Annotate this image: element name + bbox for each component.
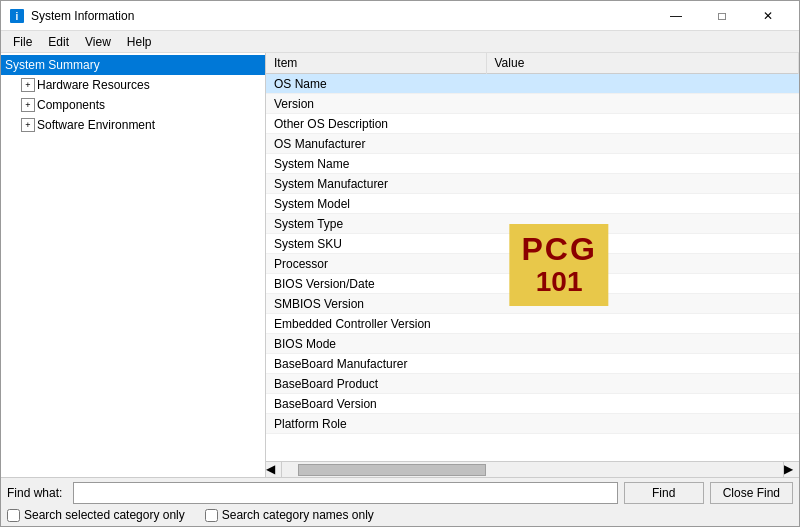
table-cell-value bbox=[486, 94, 799, 114]
table-cell-item: Embedded Controller Version bbox=[266, 314, 486, 334]
minimize-button[interactable]: — bbox=[653, 1, 699, 31]
table-row[interactable]: Embedded Controller Version bbox=[266, 314, 799, 334]
table-row[interactable]: Processor bbox=[266, 254, 799, 274]
col-header-value: Value bbox=[486, 53, 799, 74]
find-row: Find what: Find Close Find bbox=[7, 482, 793, 504]
table-cell-item: System Name bbox=[266, 154, 486, 174]
search-selected-category-text: Search selected category only bbox=[24, 508, 185, 522]
table-cell-item: Version bbox=[266, 94, 486, 114]
table-row[interactable]: BIOS Version/Date bbox=[266, 274, 799, 294]
table-cell-item: BIOS Mode bbox=[266, 334, 486, 354]
svg-text:i: i bbox=[16, 11, 19, 22]
h-scroll-right[interactable]: ▶ bbox=[783, 462, 799, 477]
table-cell-value bbox=[486, 294, 799, 314]
table-cell-item: Processor bbox=[266, 254, 486, 274]
table-row[interactable]: Version bbox=[266, 94, 799, 114]
search-category-names-checkbox[interactable] bbox=[205, 509, 218, 522]
h-scrollbar[interactable]: ◀ ▶ bbox=[266, 461, 799, 477]
table-cell-item: System SKU bbox=[266, 234, 486, 254]
search-selected-category-label[interactable]: Search selected category only bbox=[7, 508, 185, 522]
h-scroll-left[interactable]: ◀ bbox=[266, 462, 282, 477]
expand-icon-software: + bbox=[21, 118, 35, 132]
table-cell-value bbox=[486, 334, 799, 354]
table-row[interactable]: System SKU bbox=[266, 234, 799, 254]
table-row[interactable]: System Manufacturer bbox=[266, 174, 799, 194]
table-cell-item: OS Manufacturer bbox=[266, 134, 486, 154]
table-cell-value bbox=[486, 74, 799, 94]
table-cell-value bbox=[486, 394, 799, 414]
h-scroll-track[interactable] bbox=[298, 464, 767, 476]
table-cell-value bbox=[486, 114, 799, 134]
find-input[interactable] bbox=[73, 482, 618, 504]
table-row[interactable]: BaseBoard Version bbox=[266, 394, 799, 414]
close-button[interactable]: ✕ bbox=[745, 1, 791, 31]
title-bar-left: i System Information bbox=[9, 8, 134, 24]
table-row[interactable]: BIOS Mode bbox=[266, 334, 799, 354]
search-selected-category-checkbox[interactable] bbox=[7, 509, 20, 522]
sidebar-label-software-environment: Software Environment bbox=[37, 118, 155, 132]
table-cell-item: System Type bbox=[266, 214, 486, 234]
menu-help[interactable]: Help bbox=[119, 33, 160, 51]
close-find-button[interactable]: Close Find bbox=[710, 482, 793, 504]
table-row[interactable]: System Name bbox=[266, 154, 799, 174]
table-cell-item: Other OS Description bbox=[266, 114, 486, 134]
table-cell-item: BaseBoard Product bbox=[266, 374, 486, 394]
sidebar-label-system-summary: System Summary bbox=[5, 58, 100, 72]
h-scroll-thumb[interactable] bbox=[298, 464, 486, 476]
menu-bar: File Edit View Help bbox=[1, 31, 799, 53]
window-controls: — □ ✕ bbox=[653, 1, 791, 31]
expand-icon-components: + bbox=[21, 98, 35, 112]
table-cell-value bbox=[486, 274, 799, 294]
sidebar: System Summary + Hardware Resources + Co… bbox=[1, 53, 266, 477]
table-cell-item: BaseBoard Manufacturer bbox=[266, 354, 486, 374]
table-cell-item: BIOS Version/Date bbox=[266, 274, 486, 294]
sidebar-item-software-environment[interactable]: + Software Environment bbox=[1, 115, 265, 135]
search-category-names-label[interactable]: Search category names only bbox=[205, 508, 374, 522]
table-row[interactable]: OS Manufacturer bbox=[266, 134, 799, 154]
table-row[interactable]: Other OS Description bbox=[266, 114, 799, 134]
table-row[interactable]: Platform Role bbox=[266, 414, 799, 434]
table-cell-item: Platform Role bbox=[266, 414, 486, 434]
find-label: Find what: bbox=[7, 486, 67, 500]
sidebar-item-system-summary[interactable]: System Summary bbox=[1, 55, 265, 75]
table-cell-value bbox=[486, 134, 799, 154]
window-title: System Information bbox=[31, 9, 134, 23]
table-cell-item: BaseBoard Version bbox=[266, 394, 486, 414]
title-bar: i System Information — □ ✕ bbox=[1, 1, 799, 31]
table-cell-value bbox=[486, 234, 799, 254]
table-cell-value bbox=[486, 214, 799, 234]
maximize-button[interactable]: □ bbox=[699, 1, 745, 31]
sidebar-label-components: Components bbox=[37, 98, 105, 112]
table-cell-value bbox=[486, 314, 799, 334]
table-row[interactable]: System Model bbox=[266, 194, 799, 214]
table-cell-value bbox=[486, 154, 799, 174]
main-panel: PCG 101 Item Value OS NameVersionOther O… bbox=[266, 53, 799, 477]
col-header-item: Item bbox=[266, 53, 486, 74]
data-table: Item Value OS NameVersionOther OS Descri… bbox=[266, 53, 799, 434]
table-row[interactable]: SMBIOS Version bbox=[266, 294, 799, 314]
checkbox-row: Search selected category only Search cat… bbox=[7, 508, 793, 522]
table-cell-item: System Manufacturer bbox=[266, 174, 486, 194]
sidebar-item-hardware-resources[interactable]: + Hardware Resources bbox=[1, 75, 265, 95]
menu-view[interactable]: View bbox=[77, 33, 119, 51]
table-container[interactable]: Item Value OS NameVersionOther OS Descri… bbox=[266, 53, 799, 461]
table-cell-value bbox=[486, 374, 799, 394]
find-button[interactable]: Find bbox=[624, 482, 704, 504]
table-cell-item: OS Name bbox=[266, 74, 486, 94]
table-cell-value bbox=[486, 354, 799, 374]
table-cell-value bbox=[486, 414, 799, 434]
table-row[interactable]: BaseBoard Manufacturer bbox=[266, 354, 799, 374]
sidebar-item-components[interactable]: + Components bbox=[1, 95, 265, 115]
bottom-bar: Find what: Find Close Find Search select… bbox=[1, 477, 799, 526]
table-cell-item: System Model bbox=[266, 194, 486, 214]
table-cell-value bbox=[486, 174, 799, 194]
content-area: System Summary + Hardware Resources + Co… bbox=[1, 53, 799, 477]
table-row[interactable]: OS Name bbox=[266, 74, 799, 94]
table-cell-value bbox=[486, 194, 799, 214]
table-row[interactable]: BaseBoard Product bbox=[266, 374, 799, 394]
main-window: i System Information — □ ✕ File Edit Vie… bbox=[0, 0, 800, 527]
menu-edit[interactable]: Edit bbox=[40, 33, 77, 51]
table-row[interactable]: System Type bbox=[266, 214, 799, 234]
app-icon: i bbox=[9, 8, 25, 24]
menu-file[interactable]: File bbox=[5, 33, 40, 51]
